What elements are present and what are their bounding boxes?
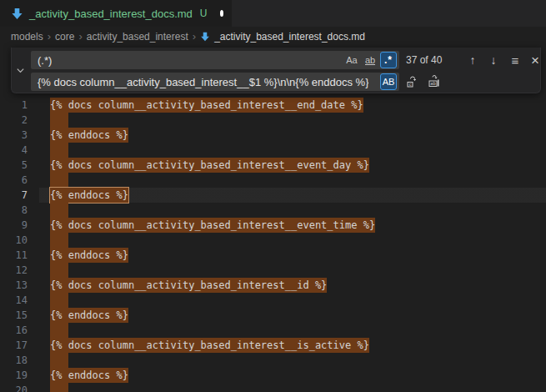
close-find-widget-button[interactable]: × bbox=[527, 52, 543, 68]
editor-line[interactable]: 6 bbox=[0, 173, 546, 188]
breadcrumb-item-activity-based-interest[interactable]: activity_based_interest bbox=[87, 31, 188, 43]
find-match-empty-line bbox=[50, 113, 68, 128]
editor-line[interactable]: 16 bbox=[0, 323, 546, 338]
preserve-case-button[interactable]: AB bbox=[380, 73, 397, 90]
find-match-empty-line bbox=[50, 173, 68, 188]
line-number[interactable]: 9 bbox=[0, 218, 28, 233]
whole-word-button[interactable]: ab bbox=[362, 52, 378, 68]
line-number[interactable]: 7 bbox=[0, 188, 28, 203]
find-results-count: 37 of 40 bbox=[406, 51, 442, 69]
line-number[interactable]: 11 bbox=[0, 248, 28, 263]
editor-line[interactable]: 12 bbox=[0, 263, 546, 278]
editor-line[interactable]: 13 {% docs column__activity_based_intere… bbox=[0, 278, 546, 293]
line-content[interactable]: {% enddocs %} bbox=[50, 248, 128, 263]
line-content[interactable]: {% docs column__activity_based_interest_… bbox=[50, 98, 363, 113]
line-number[interactable]: 10 bbox=[0, 233, 28, 248]
find-input[interactable]: (.*) Aa ab .* bbox=[31, 51, 399, 69]
replace-input[interactable]: {% docs column__activity_based_interest_… bbox=[31, 73, 399, 91]
editor-line[interactable]: 8 bbox=[0, 203, 546, 218]
editor-line[interactable]: 3 {% enddocs %} bbox=[0, 128, 546, 143]
line-content[interactable]: {% docs column__activity_based_interest_… bbox=[50, 218, 375, 233]
line-number[interactable]: 14 bbox=[0, 293, 28, 308]
line-number[interactable]: 17 bbox=[0, 338, 28, 353]
line-content[interactable] bbox=[50, 233, 68, 248]
find-match: {% docs column__activity_based_interest_… bbox=[50, 278, 327, 293]
line-content[interactable]: {% docs column__activity_based_interest_… bbox=[50, 278, 327, 293]
editor-line[interactable]: 9 {% docs column__activity_based_interes… bbox=[0, 218, 546, 233]
line-number[interactable]: 16 bbox=[0, 323, 28, 338]
find-match-empty-line bbox=[50, 203, 68, 218]
line-content[interactable]: {% enddocs %} bbox=[50, 128, 128, 143]
tab-active-file[interactable]: _activity_based_interest_docs.md U bbox=[0, 0, 232, 27]
editor-line[interactable]: 5 {% docs column__activity_based_interes… bbox=[0, 158, 546, 173]
editor-line[interactable]: 20 bbox=[0, 383, 546, 392]
chevron-right-icon: › bbox=[48, 31, 51, 42]
tab-bar: _activity_based_interest_docs.md U bbox=[0, 0, 546, 27]
line-content[interactable] bbox=[50, 383, 68, 392]
chevron-right-icon: › bbox=[193, 31, 196, 42]
line-content[interactable]: {% enddocs %} bbox=[50, 188, 128, 203]
line-content[interactable]: {% docs column__activity_based_interest_… bbox=[50, 338, 369, 353]
line-content[interactable] bbox=[50, 353, 68, 368]
line-number[interactable]: 13 bbox=[0, 278, 28, 293]
breadcrumb-item-file[interactable]: _activity_based_interest_docs.md bbox=[200, 31, 365, 43]
find-match-empty-line bbox=[50, 143, 68, 158]
line-number[interactable]: 18 bbox=[0, 353, 28, 368]
line-number[interactable]: 12 bbox=[0, 263, 28, 278]
find-match: {% enddocs %} bbox=[50, 248, 128, 263]
current-find-match: {% enddocs %} bbox=[50, 188, 128, 203]
editor-line[interactable]: 7 {% enddocs %} bbox=[0, 188, 546, 203]
line-number[interactable]: 19 bbox=[0, 368, 28, 383]
previous-match-button[interactable]: ↑ bbox=[464, 52, 481, 68]
find-match: {% docs column__activity_based_interest_… bbox=[50, 98, 363, 113]
svg-text:c: c bbox=[409, 82, 412, 87]
find-match-empty-line bbox=[50, 383, 68, 392]
line-content[interactable] bbox=[50, 263, 68, 278]
line-content[interactable] bbox=[50, 143, 68, 158]
line-number[interactable]: 15 bbox=[0, 308, 28, 323]
line-number[interactable]: 8 bbox=[0, 203, 28, 218]
editor-line[interactable]: 19 {% enddocs %} bbox=[0, 368, 546, 383]
line-content[interactable] bbox=[50, 113, 68, 128]
editor-line[interactable]: 2 bbox=[0, 113, 546, 128]
replace-button[interactable]: c bbox=[404, 73, 421, 90]
modified-dot-icon[interactable] bbox=[220, 10, 223, 17]
editor-line[interactable]: 11 {% enddocs %} bbox=[0, 248, 546, 263]
code-lines: 1 {% docs column__activity_based_interes… bbox=[0, 98, 546, 392]
line-content[interactable] bbox=[50, 323, 68, 338]
line-number[interactable]: 1 bbox=[0, 98, 28, 113]
replace-all-button[interactable]: ab bbox=[425, 73, 442, 90]
line-content[interactable] bbox=[50, 293, 68, 308]
editor-line[interactable]: 18 bbox=[0, 353, 546, 368]
editor-line[interactable]: 10 bbox=[0, 233, 546, 248]
editor-line[interactable]: 4 bbox=[0, 143, 546, 158]
replace-all-icon: ab bbox=[427, 75, 441, 88]
line-content[interactable]: {% enddocs %} bbox=[50, 308, 128, 323]
regex-button[interactable]: .* bbox=[380, 52, 397, 68]
close-icon: × bbox=[531, 53, 539, 68]
line-number[interactable]: 2 bbox=[0, 113, 28, 128]
line-number[interactable]: 6 bbox=[0, 173, 28, 188]
breadcrumb-item-models[interactable]: models bbox=[11, 31, 43, 43]
line-content[interactable] bbox=[50, 173, 68, 188]
editor-line[interactable]: 14 bbox=[0, 293, 546, 308]
line-number[interactable]: 5 bbox=[0, 158, 28, 173]
editor-line[interactable]: 1 {% docs column__activity_based_interes… bbox=[0, 98, 546, 113]
line-number[interactable]: 3 bbox=[0, 128, 28, 143]
line-content[interactable]: {% enddocs %} bbox=[50, 368, 128, 383]
next-match-button[interactable]: ↓ bbox=[485, 52, 502, 68]
match-case-button[interactable]: Aa bbox=[343, 52, 360, 68]
editor-line[interactable]: 17 {% docs column__activity_based_intere… bbox=[0, 338, 546, 353]
line-number[interactable]: 20 bbox=[0, 383, 28, 392]
editor-line[interactable]: 15 {% enddocs %} bbox=[0, 308, 546, 323]
toggle-replace-button[interactable] bbox=[12, 48, 28, 93]
editor[interactable]: 1 {% docs column__activity_based_interes… bbox=[0, 47, 546, 392]
line-content[interactable] bbox=[50, 203, 68, 218]
breadcrumb-item-core[interactable]: core bbox=[55, 31, 74, 43]
markdown-file-icon bbox=[11, 8, 23, 20]
line-number[interactable]: 4 bbox=[0, 143, 28, 158]
find-query: (.*) bbox=[31, 54, 52, 67]
line-content[interactable]: {% docs column__activity_based_interest_… bbox=[50, 158, 369, 173]
find-in-selection-button[interactable]: ≡ bbox=[507, 52, 523, 68]
find-match: {% docs column__activity_based_interest_… bbox=[50, 338, 369, 353]
